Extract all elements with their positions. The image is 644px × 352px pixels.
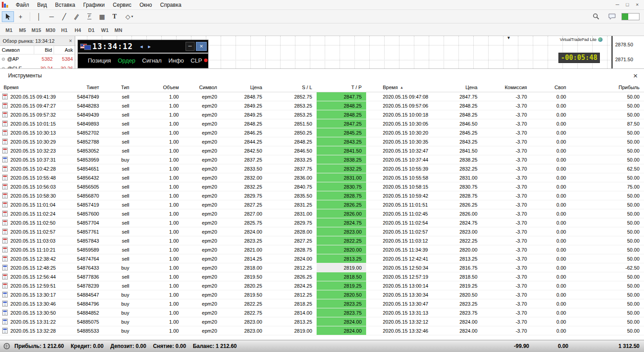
timeframe-button-m1[interactable]: M1 [2, 25, 16, 35]
trendline-tool-button[interactable]: ╱ [58, 11, 70, 22]
deal-row[interactable]: 2020.05.15 11:03:03 54857843 sell 1.00 e… [0, 236, 644, 245]
column-header[interactable]: S / L [267, 82, 317, 92]
market-watch-column[interactable]: Ask [54, 46, 75, 54]
shapes-tool-button[interactable]: ◇▾ [121, 11, 137, 22]
deal-row[interactable]: 2020.05.15 12:38:42 54874764 sell 1.00 e… [0, 254, 644, 263]
menu-item[interactable]: Файл [12, 0, 33, 10]
symbol-row[interactable]: @CLE 30.24 30.26 [0, 64, 75, 68]
deal-row[interactable]: 2020.05.15 10:56:03 54856505 sell 1.00 e… [0, 182, 644, 191]
timeframe-button-m30[interactable]: M30 [43, 25, 57, 35]
deal-type: sell [104, 110, 134, 119]
column-header[interactable]: Символ [183, 82, 222, 92]
bid-value: 5382 [34, 54, 54, 64]
column-header[interactable]: Объем [134, 82, 183, 92]
next-arrow-icon[interactable]: ► [147, 44, 152, 49]
deal-row[interactable]: 2020.05.15 11:02:57 54857761 sell 1.00 e… [0, 227, 644, 236]
vtp-tab-signal[interactable]: Сигнал [142, 57, 162, 64]
timeframe-button-m5[interactable]: M5 [16, 25, 29, 35]
deal-row[interactable]: 2020.05.15 09:57:32 54849439 sell 1.00 e… [0, 110, 644, 119]
market-watch-column[interactable]: Символ [0, 46, 34, 54]
vtp-minimize-button[interactable]: ─ [186, 42, 195, 51]
deal-row[interactable]: 2020.05.15 10:42:28 54854651 sell 1.00 e… [0, 164, 644, 173]
deal-row[interactable]: 2020.05.15 13:31:22 54885075 buy 1.00 ep… [0, 317, 644, 326]
symbol-row[interactable]: @AP 5382 5384 [0, 54, 75, 64]
crosshair-tool-button[interactable]: + [14, 11, 27, 22]
deal-row[interactable]: 2020.05.15 13:30:50 54884852 buy 1.00 ep… [0, 308, 644, 317]
timeframe-button-d1[interactable]: D1 [85, 25, 98, 35]
deal-symbol: epm20 [183, 191, 222, 200]
timeframe-button-w1[interactable]: W1 [98, 25, 112, 35]
restore-window-button[interactable]: □ [623, 1, 632, 9]
timeframe-button-mn[interactable]: MN [112, 25, 125, 35]
deal-row[interactable]: 2020.05.15 10:30:29 54852788 sell 1.00 e… [0, 137, 644, 146]
vtp-close-button[interactable]: × [196, 42, 207, 51]
vtp-tab-position[interactable]: Позиция [88, 57, 111, 64]
channel-tool-button[interactable]: ∥ [71, 11, 83, 22]
menu-item[interactable]: Вид [33, 0, 51, 10]
column-header[interactable]: Своп [531, 82, 571, 92]
cursor-tool-button[interactable] [2, 11, 14, 22]
deal-row[interactable]: 2020.05.15 11:01:04 54857419 sell 1.00 e… [0, 200, 644, 209]
deal-row[interactable]: 2020.05.15 10:58:30 54856870 sell 1.00 e… [0, 191, 644, 200]
column-header[interactable]: Время▲ [366, 82, 450, 92]
deal-close-time: 2020.05.15 10:55:39 [366, 164, 450, 173]
market-watch-close-icon[interactable]: × [69, 38, 72, 44]
market-watch-column[interactable]: Bid [34, 46, 54, 54]
deal-row[interactable]: 2020.05.15 10:55:48 54856432 sell 1.00 e… [0, 173, 644, 182]
timeframe-button-m15[interactable]: M15 [29, 25, 43, 35]
menu-item[interactable]: Окно [136, 0, 156, 10]
timeframe-button-h4[interactable]: H4 [71, 25, 85, 35]
deal-row[interactable]: 2020.05.15 11:10:21 54859589 sell 1.00 e… [0, 245, 644, 254]
menu-item[interactable]: Вставка [51, 0, 79, 10]
deal-row[interactable]: 2020.05.15 10:30:13 54852702 sell 1.00 e… [0, 128, 644, 137]
column-header[interactable]: Цена [450, 82, 482, 92]
column-header[interactable]: Прибыль [571, 82, 644, 92]
column-header[interactable]: Комиссия [482, 82, 531, 92]
deal-profit: 50.00 [571, 299, 644, 308]
zoom-tool-button[interactable] [590, 11, 602, 22]
toolbox-close-icon[interactable]: × [633, 72, 638, 80]
menu-item[interactable]: Справка [156, 0, 186, 10]
deal-row[interactable]: 2020.05.15 12:48:25 54876433 buy 1.00 ep… [0, 263, 644, 272]
deal-row[interactable]: 2020.05.15 10:37:31 54853959 buy 1.00 ep… [0, 155, 644, 164]
grid-line [325, 36, 325, 68]
horizontal-line-tool-button[interactable]: ─ [45, 11, 58, 22]
deal-sl: 2826.25 [267, 272, 317, 281]
toolbox-title: Инструменты [8, 72, 42, 79]
grid-tool-button[interactable]: ▦ [96, 11, 108, 22]
deal-row[interactable]: 2020.05.15 09:41:39 54847849 sell 1.00 e… [0, 92, 644, 101]
menu-item[interactable]: Сервис [109, 0, 136, 10]
menu-item[interactable]: Графики [79, 0, 109, 10]
column-header[interactable]: Время [0, 82, 74, 92]
deal-ticket: 54876433 [74, 263, 104, 272]
deal-row[interactable]: 2020.05.15 11:02:50 54857704 sell 1.00 e… [0, 218, 644, 227]
deal-row[interactable]: 2020.05.15 10:01:15 54849893 sell 1.00 e… [0, 119, 644, 128]
deal-row[interactable]: 2020.05.15 10:32:23 54853052 sell 1.00 e… [0, 146, 644, 155]
minimize-window-button[interactable]: ─ [613, 1, 622, 9]
grid-line [354, 36, 355, 68]
deal-row[interactable]: 2020.05.15 13:30:46 54884796 buy 1.00 ep… [0, 299, 644, 308]
chat-tool-button[interactable] [606, 11, 618, 22]
vtp-title-bar[interactable]: 13:34:12 ◄ ► ─ × [78, 40, 208, 54]
deal-row[interactable]: 2020.05.15 12:59:51 54878239 sell 1.00 e… [0, 281, 644, 290]
column-header[interactable]: Цена [222, 82, 267, 92]
deal-row[interactable]: 2020.05.15 12:56:44 54877836 sell 1.00 e… [0, 272, 644, 281]
column-header[interactable]: Тикет [74, 82, 104, 92]
fibonacci-tool-button[interactable]: F [83, 11, 95, 22]
vertical-line-tool-button[interactable]: │ [33, 11, 45, 22]
close-window-button[interactable]: × [633, 1, 642, 9]
prev-arrow-icon[interactable]: ◄ [139, 44, 144, 49]
deal-swap: 0.00 [531, 209, 571, 218]
deal-row[interactable]: 2020.05.15 13:32:28 54885533 buy 1.00 ep… [0, 326, 644, 335]
vtp-clock-window[interactable]: 13:34:12 ◄ ► ─ × ПозицияОрдерСигналИнфоC… [77, 40, 209, 68]
deal-row[interactable]: 2020.05.15 09:47:27 54848283 sell 1.00 e… [0, 101, 644, 110]
vtp-tab-clp[interactable]: CLP [190, 57, 207, 64]
vtp-tab-info[interactable]: Инфо [168, 57, 184, 64]
vtp-tab-order[interactable]: Ордер [118, 57, 135, 64]
deal-row[interactable]: 2020.05.15 11:02:24 54857600 sell 1.00 e… [0, 209, 644, 218]
column-header[interactable]: Тип [104, 82, 134, 92]
column-header[interactable]: T / P [317, 82, 366, 92]
deal-row[interactable]: 2020.05.15 13:30:17 54884547 buy 1.00 ep… [0, 290, 644, 299]
text-tool-button[interactable]: T [109, 11, 121, 22]
timeframe-button-h1[interactable]: H1 [58, 25, 71, 35]
